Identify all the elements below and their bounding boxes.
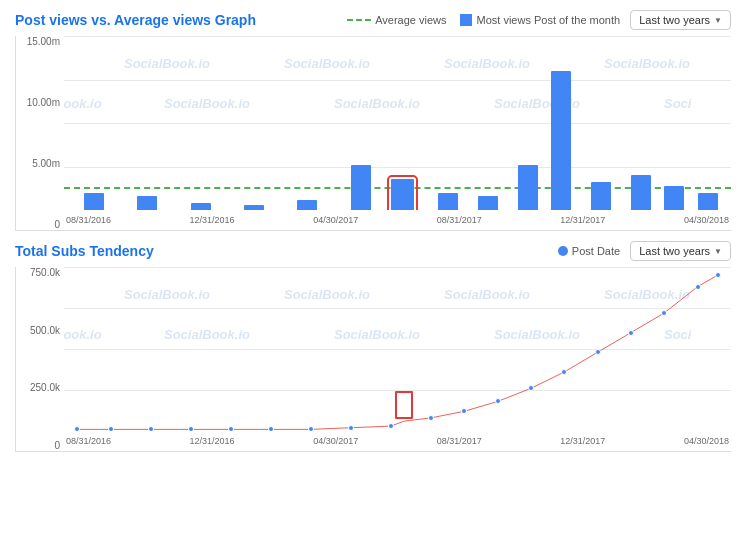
y-label: 0 (54, 219, 60, 230)
legend-bar: Most views Post of the month (460, 14, 620, 26)
chart2-y-labels: 750.0k500.0k250.0k0 (16, 267, 64, 451)
watermark: Soci (664, 96, 691, 111)
trend-dot (428, 415, 434, 421)
x-label: 08/31/2017 (437, 215, 482, 225)
chart2-header: Total Subs Tendency Post Date Last two y… (15, 241, 731, 261)
trend-dot (308, 426, 314, 431)
x-label: 08/31/2016 (66, 215, 111, 225)
trend-dot (715, 272, 721, 278)
chart1-section: Post views vs. Average views Graph Avera… (15, 10, 731, 231)
x-label: 04/30/2017 (313, 215, 358, 225)
bar (664, 186, 684, 210)
trend-dot (528, 385, 534, 391)
trend-dot (628, 330, 634, 336)
chart1-legend: Average views Most views Post of the mon… (347, 14, 620, 26)
trend-dot (148, 426, 154, 431)
y-label: 500.0k (30, 325, 60, 336)
trend-dot (695, 284, 701, 290)
x-label: 12/31/2016 (190, 436, 235, 446)
chart1-controls: Average views Most views Post of the mon… (347, 10, 731, 30)
chart2-title: Total Subs Tendency (15, 243, 154, 259)
trend-dot (595, 349, 601, 355)
chart1-y-labels: 15.00m10.00m5.00m0 (16, 36, 64, 230)
bar (551, 71, 571, 210)
chart1-inner: SocialBook.ioSocialBook.ioSocialBook.ioS… (64, 36, 731, 210)
x-label: 04/30/2018 (684, 436, 729, 446)
trend-dot (74, 426, 80, 431)
watermark: Book.io (64, 96, 102, 111)
bar (351, 165, 371, 210)
trend-dot (661, 310, 667, 316)
watermark: SocialBook.io (164, 96, 250, 111)
y-label: 0 (54, 440, 60, 451)
trend-dot (461, 408, 467, 414)
watermark: SocialBook.io (124, 56, 210, 71)
chart1-x-labels: 08/31/201612/31/201604/30/201708/31/2017… (64, 210, 731, 230)
chart2-post-date: Post Date (558, 245, 620, 257)
x-label: 12/31/2016 (190, 215, 235, 225)
bar (191, 203, 211, 210)
x-label: 12/31/2017 (560, 215, 605, 225)
x-label: 08/31/2016 (66, 436, 111, 446)
bar (84, 193, 104, 210)
legend-bar-label: Most views Post of the month (476, 14, 620, 26)
watermark: SocialBook.io (334, 96, 420, 111)
post-date-label: Post Date (572, 245, 620, 257)
trend-dot (108, 426, 114, 431)
highlighted-bar (391, 179, 414, 210)
chart1-dropdown[interactable]: Last two years (630, 10, 731, 30)
bar (137, 196, 157, 210)
highlight-box (395, 391, 413, 419)
chart2-controls: Post Date Last two years (558, 241, 731, 261)
grid-line (64, 167, 731, 168)
legend-avg-icon (347, 19, 371, 21)
y-label: 10.00m (27, 97, 60, 108)
legend-avg-label: Average views (375, 14, 446, 26)
bar (297, 200, 317, 210)
legend-avg: Average views (347, 14, 446, 26)
trend-dot (348, 425, 354, 431)
chart2-section: Total Subs Tendency Post Date Last two y… (15, 241, 731, 452)
chart2-x-labels: 08/31/201612/31/201604/30/201708/31/2017… (64, 431, 731, 451)
y-label: 250.0k (30, 382, 60, 393)
watermark: SocialBook.io (444, 56, 530, 71)
x-label: 04/30/2017 (313, 436, 358, 446)
trend-dot (188, 426, 194, 431)
chart1-area: 15.00m10.00m5.00m0 SocialBook.ioSocialBo… (15, 36, 731, 231)
grid-line (64, 123, 731, 124)
x-label: 12/31/2017 (560, 436, 605, 446)
bar (631, 175, 651, 210)
trend-dot (268, 426, 274, 431)
chart2-dropdown[interactable]: Last two years (630, 241, 731, 261)
chart2-area: 750.0k500.0k250.0k0 SocialBook.ioSocialB… (15, 267, 731, 452)
post-date-dot-icon (558, 246, 568, 256)
legend-bar-icon (460, 14, 472, 26)
trend-dot (388, 423, 394, 429)
trend-dot (561, 369, 567, 375)
bar (518, 165, 538, 210)
bar (438, 193, 458, 210)
chart1-header: Post views vs. Average views Graph Avera… (15, 10, 731, 30)
watermark: SocialBook.io (604, 56, 690, 71)
y-label: 5.00m (32, 158, 60, 169)
x-label: 08/31/2017 (437, 436, 482, 446)
trend-dot (228, 426, 234, 431)
y-label: 750.0k (30, 267, 60, 278)
x-label: 04/30/2018 (684, 215, 729, 225)
y-label: 15.00m (27, 36, 60, 47)
trend-dot (495, 398, 501, 404)
watermark: SocialBook.io (284, 56, 370, 71)
chart1-title: Post views vs. Average views Graph (15, 12, 256, 28)
bar (591, 182, 611, 210)
grid-line (64, 36, 731, 37)
grid-line (64, 80, 731, 81)
bar (478, 196, 498, 210)
bar (698, 193, 718, 210)
chart2-inner: SocialBook.ioSocialBook.ioSocialBook.ioS… (64, 267, 731, 431)
